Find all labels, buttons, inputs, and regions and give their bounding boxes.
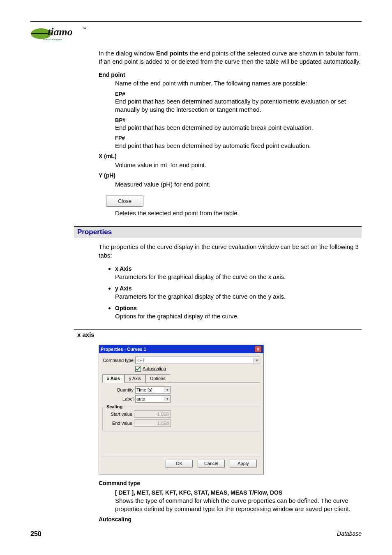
cancel-button[interactable]: Cancel (198, 460, 225, 467)
svg-text:titration and more: titration and more (43, 38, 62, 41)
intro-paragraph: In the dialog window End points the end … (99, 49, 362, 66)
ep-label: EP# (115, 90, 362, 98)
label-label: Label (102, 396, 134, 402)
end-value-label: End value (106, 420, 132, 426)
svg-text:™: ™ (82, 27, 86, 31)
tab-x-axis[interactable]: x Axis (102, 374, 125, 383)
bp-desc: End point that has been determined by au… (115, 124, 362, 132)
ep-desc: End point that has been determined autom… (115, 97, 362, 114)
properties-intro: The properties of the curve display in t… (99, 243, 362, 260)
command-type-desc: Shows the type of command for which the … (115, 497, 362, 514)
start-value-label: Start value (106, 411, 132, 417)
close-button[interactable]: Close (106, 196, 143, 207)
command-type-select[interactable]: KFT▾ (135, 357, 260, 364)
svg-text:tiamo: tiamo (48, 26, 73, 38)
tab-options[interactable]: Options (145, 374, 170, 382)
list-item: y Axis Parameters for the graphical disp… (115, 284, 362, 301)
apply-button[interactable]: Apply (230, 460, 257, 467)
start-value-field[interactable]: -1.0E8 (134, 410, 171, 418)
section-name: Database (337, 530, 362, 538)
close-icon[interactable]: ✕ (254, 346, 262, 352)
bp-label: BP# (115, 117, 362, 124)
xml-desc: Volume value in mL for end point. (115, 161, 362, 169)
label-select[interactable]: auto▾ (135, 395, 171, 403)
command-type-label: Command type (102, 357, 134, 364)
ok-button[interactable]: OK (166, 460, 193, 467)
endpoint-heading: End point (99, 71, 362, 79)
page-number: 250 (30, 530, 42, 538)
quantity-select[interactable]: Time [s]▾ (135, 386, 171, 394)
autoscaling-heading: Autoscaling (99, 516, 362, 523)
autoscaling-checkbox[interactable] (135, 366, 141, 372)
properties-heading: Properties (74, 226, 362, 238)
yph-heading: Y (pH) (99, 172, 362, 180)
end-value-field[interactable]: 1.0E8 (134, 419, 171, 427)
fp-label: FP# (115, 134, 362, 142)
command-type-heading: Command type (99, 479, 362, 487)
tab-y-axis[interactable]: y Axis (125, 374, 145, 382)
yph-desc: Measured value (pH) for end point. (115, 180, 362, 189)
fp-desc: End point that has been determined by au… (115, 142, 362, 150)
chevron-down-icon: ▾ (164, 387, 170, 392)
list-item: Options Options for the graphical displa… (115, 304, 362, 320)
tiamo-logo: tiamo ™ titration and more (30, 25, 88, 42)
command-type-values: [ DET ], MET, SET, KFT, KFC, STAT, MEAS,… (115, 489, 362, 497)
scaling-legend: Scaling (105, 404, 124, 410)
endpoint-desc: Name of the end point with number. The f… (115, 79, 362, 88)
xaxis-heading: x axis (74, 329, 362, 340)
quantity-label: Quantity (102, 387, 134, 393)
list-item: x Axis Parameters for the graphical disp… (115, 265, 362, 281)
xml-heading: X (mL) (99, 152, 362, 160)
properties-dialog: Properties - Curves 1 ✕ Command type KFT… (99, 345, 264, 474)
chevron-down-icon: ▾ (164, 396, 170, 401)
dialog-title: Properties - Curves 1 (101, 346, 146, 352)
chevron-down-icon: ▾ (254, 358, 260, 363)
close-desc: Deletes the selected end point from the … (115, 209, 362, 217)
autoscaling-label: Autoscaling (143, 366, 166, 372)
